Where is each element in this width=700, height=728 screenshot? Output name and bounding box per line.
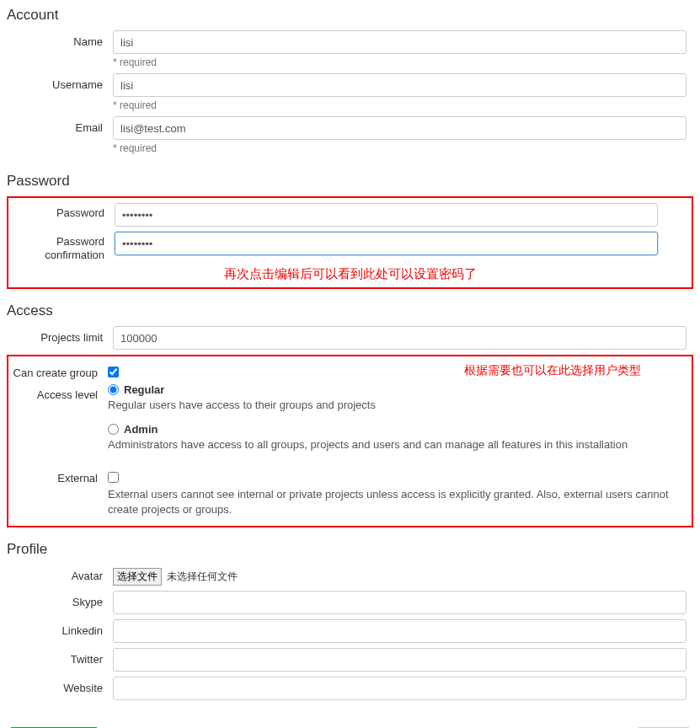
website-label: Website: [7, 677, 113, 694]
password-confirm-input[interactable]: [115, 232, 658, 255]
password-input[interactable]: [115, 203, 658, 227]
profile-title: Profile: [7, 541, 693, 558]
admin-radio[interactable]: [108, 424, 119, 435]
linkedin-row: Linkedin: [7, 619, 693, 643]
email-required: * required: [113, 142, 687, 154]
access-highlight-box: Can create group 根据需要也可以在此选择用户类型 Access …: [7, 355, 693, 527]
projects-limit-row: Projects limit: [7, 326, 693, 350]
username-required: * required: [113, 99, 687, 111]
admin-label: Admin: [124, 423, 158, 436]
profile-section: Profile Avatar 选择文件 未选择任何文件 Skype Linked…: [0, 534, 700, 712]
admin-desc: Administrators have access to all groups…: [108, 437, 692, 452]
projects-limit-label: Projects limit: [7, 326, 113, 344]
external-checkbox[interactable]: [108, 472, 119, 483]
password-annotation: 再次点击编辑后可以看到此处可以设置密码了: [8, 266, 692, 282]
name-required: * required: [113, 56, 687, 68]
password-confirm-label: Password confirmation: [42, 232, 115, 261]
password-highlight-box: Password Password confirmation 再次点击编辑后可以…: [7, 196, 693, 289]
regular-label: Regular: [124, 383, 164, 396]
username-input[interactable]: [113, 73, 687, 97]
skype-label: Skype: [7, 591, 113, 608]
email-label: Email: [7, 116, 113, 134]
avatar-row: Avatar 选择文件 未选择任何文件: [7, 565, 693, 586]
email-row: Email * required: [7, 116, 693, 154]
website-input[interactable]: [113, 677, 687, 700]
twitter-input[interactable]: [113, 648, 687, 672]
access-level-label: Access level: [8, 383, 108, 401]
website-row: Website: [7, 677, 693, 700]
name-label: Name: [7, 30, 113, 48]
email-input[interactable]: [113, 116, 687, 140]
can-create-group-label: Can create group: [8, 361, 108, 379]
account-section: Account Name * required Username * requi…: [0, 0, 700, 166]
external-label: External: [8, 467, 108, 484]
access-annotation: 根据需要也可以在此选择用户类型: [325, 361, 692, 383]
skype-input[interactable]: [113, 591, 687, 614]
can-create-group-row: Can create group: [8, 361, 325, 380]
file-status-text: 未选择任何文件: [167, 570, 238, 582]
choose-file-button[interactable]: 选择文件: [113, 568, 162, 586]
twitter-row: Twitter: [7, 648, 693, 672]
access-title: Access: [7, 302, 693, 319]
external-desc: External users cannot see internal or pr…: [108, 487, 692, 517]
linkedin-label: Linkedin: [7, 619, 113, 637]
username-label: Username: [7, 73, 113, 91]
skype-row: Skype: [7, 591, 693, 614]
account-title: Account: [7, 7, 693, 24]
username-row: Username * required: [7, 73, 693, 111]
access-level-row: Access level Regular Regular users have …: [8, 383, 692, 463]
password-section: Password: [0, 166, 700, 190]
password-title: Password: [7, 173, 693, 190]
linkedin-input[interactable]: [113, 619, 687, 643]
password-confirm-row: Password confirmation: [42, 232, 658, 261]
can-create-group-checkbox[interactable]: [108, 367, 119, 377]
projects-limit-input[interactable]: [113, 326, 687, 350]
name-row: Name * required: [7, 30, 693, 68]
regular-desc: Regular users have access to their group…: [108, 398, 692, 413]
button-row: Save changes Cancel: [0, 720, 700, 728]
password-label: Password: [42, 203, 115, 220]
regular-radio[interactable]: [108, 384, 119, 395]
access-section: Access Projects limit: [0, 296, 700, 350]
name-input[interactable]: [113, 30, 687, 54]
twitter-label: Twitter: [7, 648, 113, 666]
avatar-label: Avatar: [7, 565, 113, 582]
password-row: Password: [42, 203, 658, 227]
external-row: External External users cannot see inter…: [8, 467, 692, 521]
